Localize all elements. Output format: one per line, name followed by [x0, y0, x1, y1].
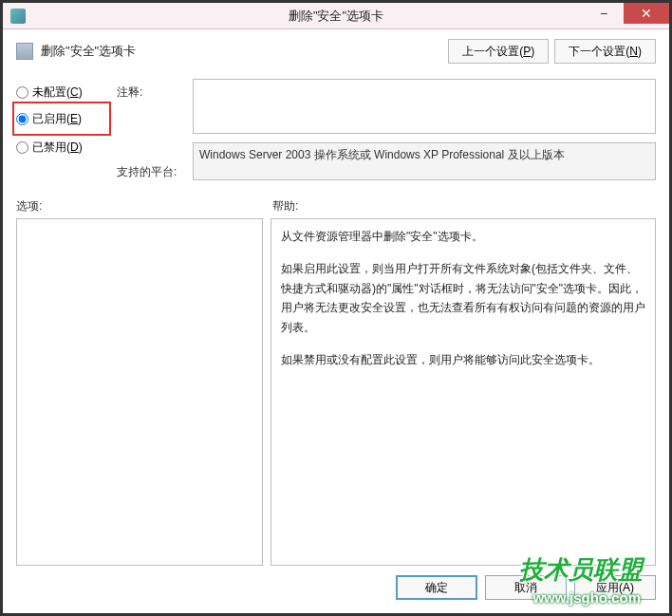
- next-setting-button[interactable]: 下一个设置(N): [554, 39, 656, 64]
- close-button[interactable]: ✕: [624, 3, 669, 24]
- help-paragraph: 如果启用此设置，则当用户打开所有文件系统对象(包括文件夹、文件、快捷方式和驱动器…: [281, 259, 645, 337]
- options-label: 选项:: [16, 198, 272, 215]
- options-pane: [16, 218, 263, 566]
- window-icon: [10, 9, 26, 24]
- apply-button[interactable]: 应用(A): [574, 575, 656, 600]
- comment-textarea[interactable]: [193, 79, 656, 134]
- help-paragraph: 从文件资源管理器中删除"安全"选项卡。: [281, 227, 645, 246]
- supported-platform-box: Windows Server 2003 操作系统或 Windows XP Pro…: [193, 142, 656, 180]
- comment-label: 注释:: [117, 79, 183, 105]
- ok-button[interactable]: 确定: [396, 575, 477, 600]
- policy-icon: [16, 43, 33, 60]
- radio-enabled[interactable]: 已启用(E): [16, 105, 107, 132]
- radio-not-configured[interactable]: 未配置(C): [16, 79, 107, 105]
- window-title: 删除"安全"选项卡: [289, 8, 383, 25]
- minimize-button[interactable]: −: [584, 3, 624, 24]
- cancel-button[interactable]: 取消: [485, 575, 567, 600]
- platform-label: 支持的平台:: [117, 159, 183, 185]
- radio-disabled-input[interactable]: [16, 141, 28, 154]
- policy-title: 删除"安全"选项卡: [41, 43, 448, 60]
- previous-setting-button[interactable]: 上一个设置(P): [448, 39, 549, 64]
- help-label: 帮助:: [272, 198, 298, 215]
- help-paragraph: 如果禁用或没有配置此设置，则用户将能够访问此安全选项卡。: [281, 350, 645, 369]
- radio-enabled-input[interactable]: [16, 113, 28, 125]
- radio-disabled[interactable]: 已禁用(D): [16, 134, 107, 160]
- radio-not-configured-input[interactable]: [16, 86, 28, 99]
- help-pane: 从文件资源管理器中删除"安全"选项卡。 如果启用此设置，则当用户打开所有文件系统…: [271, 218, 656, 566]
